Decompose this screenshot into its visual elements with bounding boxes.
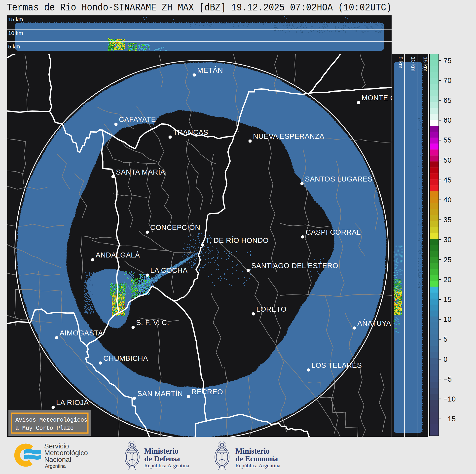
svg-text:de Economía: de Economía (235, 454, 278, 463)
svg-text:Ministerio: Ministerio (144, 447, 179, 455)
svg-text:Argentina: Argentina (45, 463, 66, 469)
svg-text:República Argentina: República Argentina (144, 462, 189, 469)
svg-text:Nacional: Nacional (44, 456, 71, 463)
svg-text:Ministerio: Ministerio (235, 447, 270, 455)
svg-text:de Defensa: de Defensa (144, 454, 180, 463)
svg-text:República Argentina: República Argentina (235, 462, 280, 469)
